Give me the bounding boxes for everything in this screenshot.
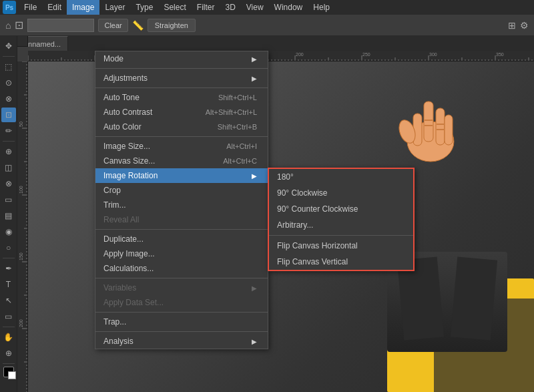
left-toolbar: ✥ ⬚ ⊙ ⊗ ⊡ ✏ ⊕ ◫ ⊗ ▭ ▤ ◉ ○ ✒ T ↖ ▭ ✋ ⊕: [0, 36, 17, 392]
tool-sep-5: [3, 363, 15, 364]
menu-calculations[interactable]: Calculations...: [95, 261, 268, 276]
hand-illustration: [387, 75, 467, 168]
rotation-submenu: 180° 90° Clockwise 90° Counter Clockwise…: [268, 168, 415, 271]
menu-view[interactable]: View: [241, 0, 269, 15]
doc-tab-bar: unnamed...: [17, 36, 534, 51]
svg-rect-2: [436, 108, 445, 145]
tool-eraser[interactable]: ▭: [1, 192, 16, 207]
tool-brush[interactable]: ◫: [1, 160, 16, 175]
tool-gradient[interactable]: ▤: [1, 208, 16, 223]
rotation-arrow: ▶: [252, 172, 257, 180]
ruler-corner: [17, 36, 28, 47]
menu-window[interactable]: Window: [269, 0, 308, 15]
submenu-180[interactable]: 180°: [269, 169, 413, 185]
tool-zoom[interactable]: ⊕: [1, 346, 16, 361]
submenu-90cw[interactable]: 90° Clockwise: [269, 185, 413, 201]
canvas-area: unnamed...: [17, 36, 534, 392]
tool-blur[interactable]: ◉: [1, 224, 16, 239]
menu-mode[interactable]: Mode ▶: [95, 51, 268, 66]
submenu-90ccw[interactable]: 90° Counter Clockwise: [269, 201, 413, 217]
image-menu-dropdown: Mode ▶ Adjustments ▶ Auto Tone Shift+Ctr…: [95, 51, 268, 349]
menu-auto-tone[interactable]: Auto Tone Shift+Ctrl+L: [95, 90, 268, 105]
tool-path-select[interactable]: ↖: [1, 293, 16, 308]
home-icon[interactable]: ⌂: [5, 20, 11, 31]
menu-auto-contrast[interactable]: Auto Contrast Alt+Shift+Ctrl+L: [95, 105, 268, 120]
menu-crop[interactable]: Crop: [95, 183, 268, 198]
tool-crop[interactable]: ⊡: [1, 108, 16, 122]
tool-sep-2: [3, 141, 15, 142]
analysis-arrow: ▶: [252, 338, 257, 345]
submenu-sep: [269, 235, 413, 236]
submenu-arbitrary[interactable]: Arbitrary...: [269, 217, 413, 233]
main-layout: ✥ ⬚ ⊙ ⊗ ⊡ ✏ ⊕ ◫ ⊗ ▭ ▤ ◉ ○ ✒ T ↖ ▭ ✋ ⊕ un…: [0, 36, 534, 392]
menu-sep-5: [95, 278, 268, 278]
menu-sep-4: [95, 229, 268, 230]
submenu-flip-v[interactable]: Flip Canvas Vertical: [269, 254, 413, 270]
menu-apply-image[interactable]: Apply Image...: [95, 246, 268, 261]
mode-arrow: ▶: [252, 55, 257, 63]
tool-text[interactable]: T: [1, 277, 16, 292]
menu-duplicate[interactable]: Duplicate...: [95, 232, 268, 246]
menu-help[interactable]: Help: [308, 0, 335, 15]
menu-reveal-all: Reveal All: [95, 212, 268, 227]
menu-adjustments[interactable]: Adjustments ▶: [95, 71, 268, 85]
menu-image-rotation[interactable]: Image Rotation ▶ 180° 90° Clockwise 90° …: [95, 168, 268, 183]
menu-edit[interactable]: Edit: [42, 0, 67, 15]
ruler-vertical: [17, 61, 28, 392]
tool-move[interactable]: ✥: [1, 39, 16, 53]
ps-logo: Ps: [3, 1, 16, 14]
svg-rect-1: [424, 102, 433, 142]
menu-bar: Ps File Edit Image Layer Type Select Fil…: [0, 0, 534, 15]
tool-sep-3: [3, 258, 15, 258]
menu-sep-6: [95, 312, 268, 313]
menu-apply-data-set: Apply Data Set...: [95, 295, 268, 310]
menu-layer[interactable]: Layer: [99, 0, 130, 15]
menu-file[interactable]: File: [19, 0, 42, 15]
menu-canvas-size[interactable]: Canvas Size... Alt+Ctrl+C: [95, 154, 268, 168]
adjustments-arrow: ▶: [252, 75, 257, 82]
submenu-flip-h[interactable]: Flip Canvas Horizontal: [269, 238, 413, 254]
tool-healing[interactable]: ⊕: [1, 144, 16, 159]
ratio-input[interactable]: [27, 19, 94, 32]
ruler-v-canvas: [17, 61, 28, 392]
grid-icon[interactable]: ⊞: [508, 20, 516, 31]
hand-svg: [387, 75, 467, 168]
svg-rect-4: [445, 115, 453, 145]
crop-options-icon[interactable]: ⊡: [15, 19, 23, 31]
menu-filter[interactable]: Filter: [192, 0, 220, 15]
tool-clone[interactable]: ⊗: [1, 176, 16, 191]
clear-button[interactable]: Clear: [98, 19, 127, 32]
menu-sep-7: [95, 331, 268, 332]
menu-trap[interactable]: Trap...: [95, 315, 268, 329]
tool-quick-select[interactable]: ⊗: [1, 91, 16, 106]
tool-marquee[interactable]: ⬚: [1, 59, 16, 74]
menu-sep-1: [95, 68, 268, 69]
options-bar: ⌂ ⊡ Clear 📏 Straighten ⊞ ⚙: [0, 15, 534, 36]
menu-trim[interactable]: Trim...: [95, 198, 268, 212]
straighten-button[interactable]: Straighten: [148, 19, 196, 32]
menu-3d[interactable]: 3D: [220, 0, 240, 15]
menu-auto-color[interactable]: Auto Color Shift+Ctrl+B: [95, 120, 268, 134]
tool-lasso[interactable]: ⊙: [1, 75, 16, 90]
tool-hand[interactable]: ✋: [1, 330, 16, 345]
menu-type[interactable]: Type: [130, 0, 158, 15]
tool-dodge[interactable]: ○: [1, 240, 16, 255]
menu-analysis[interactable]: Analysis ▶: [95, 334, 268, 349]
foreground-color[interactable]: [3, 367, 14, 377]
menu-variables: Variables ▶: [95, 280, 268, 295]
settings-icon[interactable]: ⚙: [520, 20, 529, 31]
menu-image-size[interactable]: Image Size... Alt+Ctrl+I: [95, 139, 268, 154]
menu-sep-3: [95, 136, 268, 137]
tool-pen[interactable]: ✒: [1, 261, 16, 276]
tool-shape[interactable]: ▭: [1, 309, 16, 324]
menu-select[interactable]: Select: [158, 0, 191, 15]
straighten-icon: 📏: [132, 20, 144, 31]
menu-image[interactable]: Image: [67, 0, 99, 15]
tool-sep-1: [3, 56, 15, 57]
menu-sep-2: [95, 87, 268, 88]
tool-eyedropper[interactable]: ✏: [1, 124, 16, 138]
variables-arrow: ▶: [252, 284, 257, 292]
tool-sep-4: [3, 327, 15, 327]
